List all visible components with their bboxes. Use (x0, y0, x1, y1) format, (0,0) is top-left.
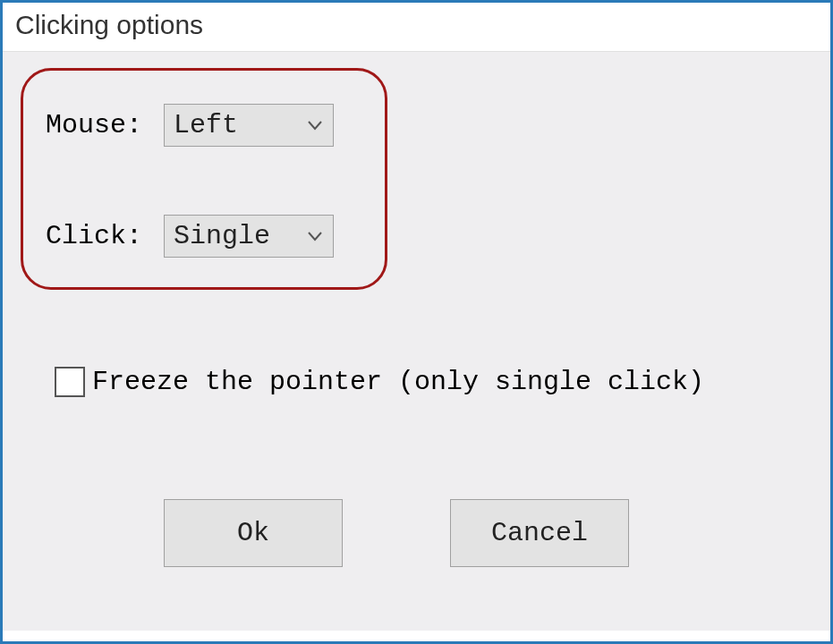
mouse-field-row: Mouse: Left (46, 104, 334, 147)
freeze-pointer-checkbox[interactable] (55, 367, 85, 397)
mouse-dropdown[interactable]: Left (164, 104, 334, 147)
button-row: Ok Cancel (164, 499, 629, 567)
freeze-pointer-row: Freeze the pointer (only single click) (55, 367, 704, 397)
click-label: Click: (46, 221, 164, 251)
dialog-window: Clicking options Mouse: Left Click: Sing… (0, 0, 833, 644)
click-dropdown-value: Single (174, 221, 306, 251)
mouse-dropdown-value: Left (174, 110, 306, 140)
cancel-button[interactable]: Cancel (450, 499, 629, 567)
chevron-down-icon (306, 116, 324, 134)
content-area: Mouse: Left Click: Single Freeze the poi… (3, 51, 830, 631)
click-dropdown[interactable]: Single (164, 215, 334, 258)
mouse-label: Mouse: (46, 110, 164, 140)
freeze-pointer-label: Freeze the pointer (only single click) (92, 367, 704, 397)
click-field-row: Click: Single (46, 215, 334, 258)
ok-button[interactable]: Ok (164, 499, 343, 567)
chevron-down-icon (306, 227, 324, 245)
window-title: Clicking options (3, 3, 830, 51)
